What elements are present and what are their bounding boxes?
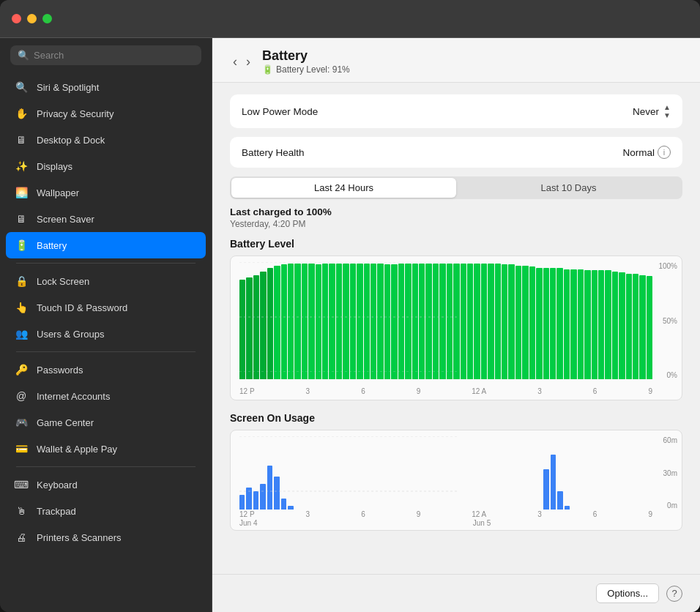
sidebar-label-lockscreen: Lock Screen [37,276,89,287]
sidebar-item-touchid[interactable]: 👆Touch ID & Password [6,294,206,321]
sidebar-item-desktop[interactable]: 🖥Desktop & Dock [6,127,206,153]
battery-bar [398,264,404,379]
battery-health-value: Normal i [622,146,671,159]
sidebar-icon-printers: 🖨 [13,529,29,545]
battery-bar [371,264,376,379]
battery-x-label: 3 [306,387,310,395]
battery-bar [294,264,300,379]
battery-bar [515,266,521,379]
low-power-mode-label: Low Power Mode [242,106,318,117]
low-power-mode-item: Low Power Mode Never ▲ ▼ [242,94,671,128]
sidebar-icon-privacy: ✋ [13,105,29,122]
screen-bar [260,484,265,510]
screen-x-labels: 12 P36912 A369 [239,510,652,518]
sidebar-icon-siri: 🔍 [13,79,29,95]
time-tab-10d[interactable]: Last 10 Days [456,178,681,198]
battery-bar [495,264,501,379]
sidebar-item-screensaver[interactable]: 🖥Screen Saver [6,206,206,232]
battery-x-label: 9 [648,387,652,395]
sidebar-label-passwords: Passwords [37,365,83,376]
screen-bar [267,466,272,510]
battery-bar [288,264,294,379]
stepper-down[interactable]: ▼ [663,111,671,119]
help-button[interactable]: ? [666,586,682,602]
info-button[interactable]: i [658,146,671,159]
battery-bar [536,268,542,379]
sidebar-icon-internet: @ [13,388,29,404]
battery-bar [439,264,445,379]
screen-x-sublabel: Jun 4 [239,519,257,527]
search-input[interactable] [34,50,194,61]
charge-info: Last charged to 100% Yesterday, 4:20 PM [230,206,682,229]
sidebar-item-battery[interactable]: 🔋Battery [6,232,206,258]
battery-bar [592,270,597,379]
sidebar-item-users[interactable]: 👥Users & Groups [6,321,206,347]
screen-bar [274,477,279,510]
maximize-button[interactable] [42,14,52,23]
time-tab-24h[interactable]: Last 24 Hours [231,178,456,198]
battery-bar [570,269,576,379]
search-box[interactable]: 🔍 [10,45,201,65]
panel-title: Battery [262,48,350,64]
sidebar-item-wallet[interactable]: 💳Wallet & Apple Pay [6,436,206,462]
sidebar-item-wallpaper[interactable]: 🌅Wallpaper [6,179,206,206]
sidebar-divider-3 [16,466,196,467]
screen-x-sublabel: Jun 5 [473,519,491,527]
low-power-mode-current: Never [633,106,659,117]
sidebar-icon-keyboard: ⌨ [13,477,29,493]
sidebar-item-trackpad[interactable]: 🖱Trackpad [6,498,206,524]
content-area: 🔍 🔍Siri & Spotlight✋Privacy & Security🖥D… [0,38,700,612]
screen-chart-container: 60m30m0m 12 P36912 A369 Jun 4Jun 5 [230,430,682,531]
battery-bar [481,264,487,379]
sidebar-icon-lockscreen: 🔒 [13,273,29,289]
sidebar-item-internet[interactable]: @Internet Accounts [6,383,206,409]
sidebar-item-siri[interactable]: 🔍Siri & Spotlight [6,74,206,100]
charge-subtitle: Yesterday, 4:20 PM [230,219,682,229]
screen-bar [281,499,286,510]
back-button[interactable]: ‹ [230,53,240,70]
battery-bar [619,272,625,379]
battery-health-current: Normal [622,147,655,158]
battery-bar [488,264,494,379]
sidebar-item-keyboard[interactable]: ⌨Keyboard [6,471,206,498]
main-panel: ‹ › Battery 🔋 Battery Level: 91% Low Pow… [212,38,700,612]
screen-bar [543,469,548,510]
close-button[interactable] [12,14,21,23]
battery-bar [508,264,514,379]
battery-bar [267,268,273,379]
title-bar [0,0,700,38]
sidebar: 🔍 🔍Siri & Spotlight✋Privacy & Security🖥D… [0,38,212,612]
battery-health-item: Battery Health Normal i [242,137,671,168]
screen-bar [551,455,556,510]
sidebar-item-passwords[interactable]: 🔑Passwords [6,357,206,383]
sidebar-item-printers[interactable]: 🖨Printers & Scanners [6,524,206,551]
screen-y-label: 60m [663,436,677,444]
sidebar-item-displays[interactable]: ✨Displays [6,153,206,179]
options-button[interactable]: Options... [596,583,659,603]
battery-chart-section: Battery Level 100%50%0% 12 P36912 A369 [230,238,682,400]
sidebar-item-gamecenter[interactable]: 🎮Game Center [6,409,206,436]
sidebar-icon-gamecenter: 🎮 [13,414,29,430]
battery-bar [633,274,638,379]
battery-bar [529,266,535,379]
sidebar-label-keyboard: Keyboard [37,479,78,490]
battery-bar [578,269,584,379]
battery-bar [350,264,356,379]
battery-bar [564,269,570,379]
battery-health-row: Battery Health Normal i [230,137,682,168]
sidebar-item-privacy[interactable]: ✋Privacy & Security [6,100,206,127]
screen-x-label: 12 A [472,510,486,518]
screen-chart-section: Screen On Usage 60m30m0m 12 P36912 A369 … [230,412,682,531]
battery-y-label: 50% [658,317,677,325]
battery-bar [246,277,252,379]
battery-bar [329,264,335,379]
sidebar-icon-desktop: 🖥 [13,132,29,148]
stepper-up[interactable]: ▲ [663,103,671,111]
sidebar-icon-touchid: 👆 [13,299,29,316]
forward-button[interactable]: › [243,53,253,70]
sidebar-item-lockscreen[interactable]: 🔒Lock Screen [6,268,206,294]
minimize-button[interactable] [27,14,37,23]
sidebar-icon-battery: 🔋 [13,237,29,253]
battery-bar [302,264,308,379]
bottom-bar: Options... ? [212,574,700,612]
